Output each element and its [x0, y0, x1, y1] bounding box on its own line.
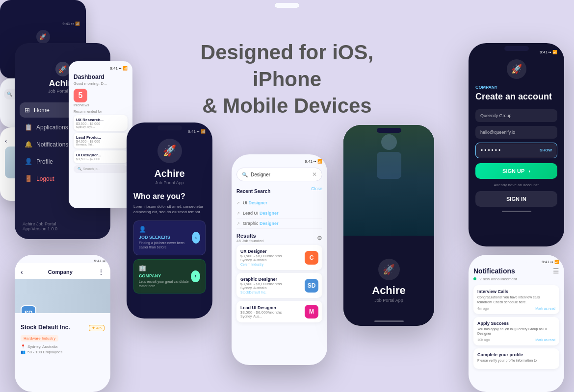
job-salary-3: $3,500 - $6,000/months	[240, 310, 302, 315]
create-rocket-icon: 🚀	[507, 59, 526, 79]
already-account-text: Already have an account?	[475, 183, 557, 187]
notif-title: Notifications	[473, 267, 515, 275]
dash-badge: 5	[74, 89, 87, 102]
dash-job-card-3: UI Designer... $3,500 - $2,000	[74, 150, 128, 163]
who-card-company[interactable]: 🏢 COMPANY Let's recruit your great candi…	[133, 259, 206, 294]
jd-back-btn[interactable]: ‹	[5, 138, 7, 145]
recent-arrow-icon-3: ↗	[236, 221, 240, 226]
search-bar[interactable]: 🔍 Designer ✕	[236, 168, 322, 181]
phone-company-card: 9:41 ▪▪ ‹ Company ⋮ SD Stock Default Inc…	[15, 255, 110, 392]
dash-job-salary-1: $3,500 - $6,000	[76, 122, 125, 125]
signin-button[interactable]: SIGN IN	[475, 191, 557, 207]
location-icon: 📍	[21, 344, 26, 349]
who-card-seekers[interactable]: 👤 JOB SEEKERS Finding a job here never b…	[133, 220, 206, 255]
company-photo: SD	[15, 279, 110, 313]
notif-mark-1[interactable]: Mark as read	[535, 307, 555, 310]
notif-card-3[interactable]: Complete your profile Please verify your…	[473, 348, 559, 369]
job-title-2: Graphic Designer	[240, 277, 302, 282]
notch-sidebar	[51, 46, 75, 51]
dash-section-title: Recommended for	[74, 110, 128, 113]
job-company-2: StockDefault Inc.	[240, 291, 302, 294]
job-result-info-2: Graphic Designer $3,500 - $6,000/months …	[240, 277, 302, 294]
email-input[interactable]: hello@queenify.io	[475, 126, 557, 139]
sidebar-footer-version: App Version 1.0.0	[23, 226, 103, 231]
seekers-arrow-btn[interactable]: ›	[192, 232, 200, 244]
notch-notif	[504, 258, 529, 263]
create-home-bar	[502, 211, 531, 212]
notifications-icon: 🔔	[25, 141, 32, 148]
job-result-1[interactable]: UX Designer $3,500 - $6,000/months Sydne…	[236, 245, 322, 270]
notif-dot	[473, 277, 476, 280]
company-logo-2: SD	[305, 279, 318, 293]
search-input[interactable]: Designer	[251, 172, 309, 177]
company-name-input[interactable]: Queenify Group	[475, 109, 557, 122]
company-arrow-btn[interactable]: ›	[191, 270, 200, 282]
seekers-desc: Finding a job here never been easier tha…	[139, 241, 192, 249]
phone-photo: 9:41 ▪▪▪ 📶 🔋 🚀 Achire Job Portal App	[343, 125, 434, 326]
phone-search: 9:41 ▪▪ 📶 🔍 Designer ✕ Recent Search Clo…	[232, 154, 327, 365]
employees-icon: 👥	[21, 350, 26, 354]
company-back-btn[interactable]: ‹	[21, 268, 23, 276]
photo-bg	[343, 125, 434, 236]
job-result-2[interactable]: Graphic Designer $3,500 - $6,000/months …	[236, 273, 322, 298]
job-location-2: Sydney, Australia	[240, 286, 302, 290]
notch-photo	[377, 128, 401, 133]
show-password-btn[interactable]: SHOW	[540, 148, 552, 152]
notif-card-footer-2: 10h ago Mark as read	[477, 338, 555, 342]
dash-job-salary-2: $4,000 - $8,000	[76, 140, 125, 143]
company-icon: 🏢	[139, 265, 191, 271]
recent-arrow-icon: ↗	[236, 201, 240, 205]
recent-item-1: ↗ UI Designer	[236, 198, 322, 208]
phone-create-account: 9:41 ▪▪ 📶 🚀 COMPANY Create an account Qu…	[469, 43, 564, 246]
job-result-info-3: Lead UI Designer $3,500 - $6,000/months …	[240, 305, 302, 318]
notif-card-title-1: Interview Calls	[477, 289, 555, 294]
home-icon: ⊞	[25, 106, 30, 114]
create-company-label: COMPANY	[475, 85, 557, 90]
dash-title: Dashboard	[74, 74, 128, 80]
who-app-name: Achire	[133, 168, 206, 179]
nav-label-logout: Logout	[36, 175, 54, 182]
dash-time: 9:41	[110, 66, 118, 71]
company-employees: 👥 50 - 100 Employees	[21, 350, 104, 354]
seekers-title: JOB SEEKERS	[139, 235, 192, 240]
notif-menu-btn[interactable]: ☰	[553, 267, 559, 275]
bottom-search-icon: 🔍	[7, 92, 12, 97]
splash-left-status: 9:41 ▪▪ 📶	[6, 22, 80, 26]
job-result-3[interactable]: Lead UI Designer $3,500 - $6,000/months …	[236, 301, 322, 322]
dash-search[interactable]: 🔍 Search jo...	[74, 165, 128, 173]
signup-button[interactable]: SIGN UP ›	[475, 163, 557, 179]
job-title-1: UX Designer	[240, 249, 302, 254]
applications-icon: 📋	[25, 123, 32, 131]
notch-create	[504, 46, 529, 51]
notif-time-1: 4m ago	[477, 307, 489, 310]
recent-item-2: ↗ Lead UI Designer	[236, 208, 322, 219]
search-time: 9:41	[305, 159, 313, 164]
who-app-subtitle: Job Portal App	[133, 180, 206, 185]
dash-job-card-2: Lead Produ... $4,000 - $8,000 Remote, Te…	[74, 133, 128, 148]
sidebar-footer: Achire Job Portal App Version 1.0.0	[15, 217, 110, 239]
company-industry-badge: Hardware Industry	[21, 335, 58, 342]
notif-mark-2[interactable]: Mark as read	[535, 338, 555, 342]
notif-card-1[interactable]: Interview Calls Congratulations! You hav…	[473, 285, 559, 314]
password-input[interactable]: •••••• SHOW	[475, 143, 557, 158]
dashboard-panel: 9:41 ▪▪ 📶 Dashboard Good morning, D... 5…	[69, 61, 132, 208]
dash-job-loc-2: Remote, Tel...	[76, 143, 125, 146]
company-more-btn[interactable]: ⋮	[98, 268, 104, 276]
photo-app-subtitle: Job Portal App	[374, 298, 403, 303]
notif-card-footer-1: 4m ago Mark as read	[477, 307, 555, 310]
search-clear-btn[interactable]: ✕	[312, 171, 317, 178]
password-dots: ••••••	[481, 147, 502, 154]
notif-card-body-3: Please verify your profile information t…	[477, 358, 555, 363]
notif-card-2[interactable]: Apply Success You has apply an job in Qu…	[473, 317, 559, 346]
phone-who-are-you: 9:41 ▪▪ 📶 🚀 Achire Job Portal App Who ar…	[127, 122, 212, 318]
create-account-title: Create an account	[475, 92, 557, 102]
hero-line1: Designed for iOS, iPhone	[201, 41, 373, 91]
results-count: 45 Job founded	[236, 239, 263, 243]
company-time: 9:41	[94, 259, 102, 263]
arrow-icon: ›	[528, 168, 530, 174]
filter-icon[interactable]: ⚙	[317, 235, 322, 242]
notch-who	[157, 125, 182, 130]
notch-company	[51, 258, 75, 263]
recent-close-btn[interactable]: Close	[311, 186, 322, 191]
company-info: Stock Default Inc. ★ 4/5 Hardware Indust…	[15, 313, 110, 359]
